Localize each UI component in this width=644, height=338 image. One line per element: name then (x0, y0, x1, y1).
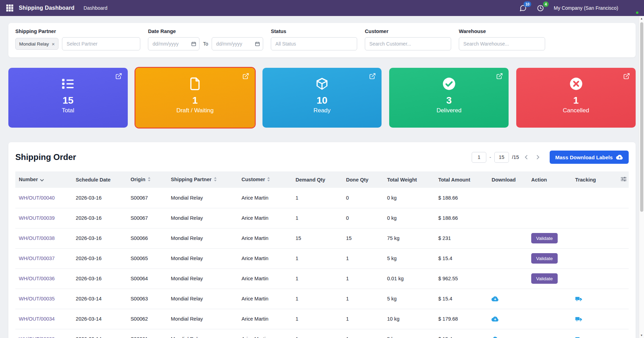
cloud-download-icon[interactable] (492, 336, 499, 338)
schedule-date-cell: 2026-03-16 (72, 208, 127, 228)
customer-search-input[interactable] (365, 37, 451, 50)
shipping-partner-cell: Mondial Relay (167, 309, 238, 329)
col-total-weight[interactable]: Total Weight (384, 171, 435, 188)
truck-tracking-icon[interactable] (575, 315, 582, 323)
total-weight-cell: 5 kg (384, 289, 435, 309)
order-number-link[interactable]: WH/OUT/00034 (19, 316, 55, 322)
stat-card-label: Delivered (437, 107, 462, 114)
order-number-link[interactable]: WH/OUT/00038 (19, 235, 55, 241)
done-qty-cell: 1 (343, 309, 384, 329)
activities-button[interactable]: 4 (536, 4, 545, 12)
apps-grid-icon[interactable] (6, 5, 13, 11)
column-options-icon[interactable] (621, 176, 627, 182)
action-cell (528, 208, 572, 228)
validate-button[interactable]: Validate (531, 253, 558, 264)
customer-cell: Arice Martin (238, 329, 292, 338)
partner-select-input[interactable] (62, 37, 140, 50)
sort-desc-icon[interactable] (40, 177, 44, 183)
validate-button[interactable]: Validate (531, 233, 558, 243)
cloud-download-icon[interactable] (492, 295, 499, 303)
stat-card-total[interactable]: 15Total (8, 68, 128, 128)
customer-cell: Arice Martin (238, 208, 292, 228)
external-link-icon[interactable] (115, 73, 122, 80)
order-number-link[interactable]: WH/OUT/00040 (19, 195, 55, 201)
row-options-cell (613, 208, 629, 228)
scroll-down-arrow[interactable]: ▼ (639, 334, 644, 337)
company-switcher[interactable]: My Company (San Francisco) (554, 5, 618, 11)
done-qty-cell: 0 (343, 208, 384, 228)
total-weight-cell: 10 kg (384, 309, 435, 329)
col-total-amount[interactable]: Total Amount (435, 171, 488, 188)
row-options-cell (613, 268, 629, 289)
sort-both-icon[interactable] (148, 177, 151, 183)
date-range-label: Date Range (148, 29, 263, 34)
origin-cell: S00067 (127, 208, 167, 228)
stat-card-cancelled[interactable]: 1Cancelled (516, 68, 636, 128)
prev-page-icon[interactable] (522, 153, 531, 161)
col-schedule-date[interactable]: Schedule Date (72, 171, 127, 188)
row-options-cell (613, 248, 629, 268)
user-menu[interactable] (627, 3, 638, 13)
validate-button[interactable]: Validate (531, 273, 558, 284)
filter-bar: Shipping Partner Mondial Relay × Date Ra… (8, 23, 636, 57)
filter-warehouse: Warehouse (459, 29, 545, 50)
sort-both-icon[interactable] (214, 177, 217, 183)
row-options-cell (613, 228, 629, 248)
col-options[interactable] (613, 171, 629, 188)
stat-card-ready[interactable]: 10Ready (262, 68, 382, 128)
order-number-link[interactable]: WH/OUT/00037 (19, 256, 55, 261)
table-row: WH/OUT/000352026-03-14S00063Mondial Rela… (15, 289, 629, 309)
total-weight-cell: 0.01 kg (384, 268, 435, 289)
demand-qty-cell: 1 (292, 188, 343, 208)
col-number[interactable]: Number (15, 171, 72, 188)
col-origin[interactable]: Origin (127, 171, 167, 188)
tracking-cell (572, 208, 613, 228)
messages-button[interactable]: 10 (519, 4, 527, 12)
col-done-qty[interactable]: Done Qty (343, 171, 384, 188)
page-total: /15 (512, 154, 519, 160)
scroll-up-arrow[interactable]: ▲ (639, 17, 644, 20)
partner-tag[interactable]: Mondial Relay × (15, 38, 58, 50)
truck-tracking-icon[interactable] (575, 295, 582, 303)
stat-card-draft-waiting[interactable]: 1Draft / Waiting (135, 68, 255, 128)
activities-badge: 4 (543, 1, 549, 7)
sort-both-icon[interactable] (267, 177, 270, 183)
scrollbar-thumb[interactable] (640, 22, 643, 212)
external-link-icon[interactable] (496, 73, 503, 80)
pagination: 1 - 15 /15 (472, 152, 542, 163)
stat-card-value: 1 (573, 95, 579, 106)
total-amount-cell: $ 231 (435, 228, 488, 248)
filter-customer: Customer (365, 29, 451, 50)
menu-item-dashboard[interactable]: Dashboard (84, 5, 108, 11)
order-number-link[interactable]: WH/OUT/00035 (19, 296, 55, 301)
app-title[interactable]: Shipping Dashboard (19, 5, 74, 11)
mass-download-labels-button[interactable]: Mass Download Labels (550, 151, 629, 164)
shipping-order-title: Shipping Order (15, 152, 76, 162)
remove-tag-icon[interactable]: × (52, 41, 55, 47)
next-page-icon[interactable] (534, 153, 542, 161)
external-link-icon[interactable] (623, 73, 630, 80)
status-input[interactable] (271, 37, 357, 50)
external-link-icon[interactable] (369, 73, 376, 80)
col-demand-qty[interactable]: Demand Qty (292, 171, 343, 188)
col-customer[interactable]: Customer (238, 171, 292, 188)
stat-card-delivered[interactable]: 3Delivered (389, 68, 509, 128)
col-shipping-partner[interactable]: Shipping Partner (167, 171, 238, 188)
vertical-scrollbar[interactable]: ▲ ▼ (639, 16, 644, 338)
orders-table: Number Schedule Date Origin Shipping Par… (15, 171, 629, 338)
action-cell (528, 289, 572, 309)
order-number-link[interactable]: WH/OUT/00036 (19, 276, 55, 281)
truck-tracking-icon[interactable] (575, 336, 582, 338)
date-from-input[interactable] (148, 37, 199, 50)
page-start-box[interactable]: 1 (472, 152, 486, 163)
file-icon (188, 77, 202, 91)
table-row: WH/OUT/000332026-03-14S00061Mondial Rela… (15, 329, 629, 338)
warehouse-search-input[interactable] (459, 37, 545, 50)
date-to-input[interactable] (212, 37, 263, 50)
page-end-box[interactable]: 15 (494, 152, 509, 163)
order-number-link[interactable]: WH/OUT/00039 (19, 215, 55, 221)
origin-cell: S00066 (127, 228, 167, 248)
external-link-icon[interactable] (242, 73, 249, 80)
cloud-download-icon[interactable] (492, 315, 499, 323)
order-number-link[interactable]: WH/OUT/00033 (19, 336, 55, 338)
